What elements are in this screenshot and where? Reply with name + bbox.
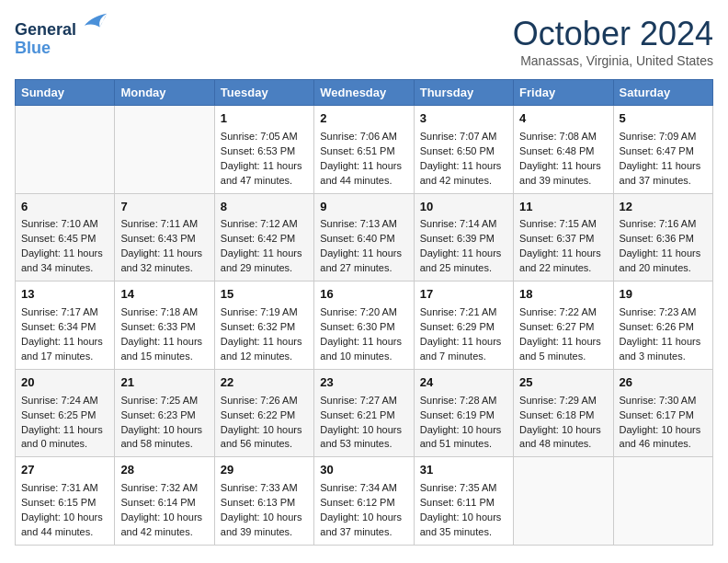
logo-bird-icon <box>83 9 108 35</box>
sunrise-text: Sunrise: 7:27 AM <box>320 394 407 408</box>
logo-blue-text: Blue <box>15 40 108 58</box>
calendar-cell: 24Sunrise: 7:28 AMSunset: 6:19 PMDayligh… <box>414 369 513 457</box>
calendar-cell: 20Sunrise: 7:24 AMSunset: 6:25 PMDayligh… <box>16 369 115 457</box>
sunset-text: Sunset: 6:15 PM <box>21 496 108 511</box>
sunset-text: Sunset: 6:22 PM <box>221 408 308 423</box>
daylight-text: Daylight: 11 hours and 42 minutes. <box>420 159 507 189</box>
sunrise-text: Sunrise: 7:25 AM <box>120 394 208 408</box>
daylight-text: Daylight: 10 hours and 42 minutes. <box>120 511 208 540</box>
day-number: 17 <box>420 286 507 304</box>
calendar-cell: 19Sunrise: 7:23 AMSunset: 6:26 PMDayligh… <box>613 282 712 370</box>
daylight-text: Daylight: 11 hours and 15 minutes. <box>120 335 208 364</box>
day-number: 11 <box>519 199 607 216</box>
sunrise-text: Sunrise: 7:06 AM <box>320 130 407 144</box>
sunrise-text: Sunrise: 7:30 AM <box>620 394 707 408</box>
sunset-text: Sunset: 6:53 PM <box>221 144 308 159</box>
calendar-cell: 5Sunrise: 7:09 AMSunset: 6:47 PMDaylight… <box>613 106 712 194</box>
sunset-text: Sunset: 6:12 PM <box>320 496 407 511</box>
sunrise-text: Sunrise: 7:21 AM <box>420 305 507 320</box>
sunset-text: Sunset: 6:19 PM <box>420 408 507 423</box>
daylight-text: Daylight: 11 hours and 44 minutes. <box>320 159 407 189</box>
sunset-text: Sunset: 6:50 PM <box>420 144 507 159</box>
month-title: October 2024 <box>513 15 713 53</box>
daylight-text: Daylight: 11 hours and 25 minutes. <box>420 247 507 276</box>
calendar-cell: 8Sunrise: 7:12 AMSunset: 6:42 PMDaylight… <box>214 193 313 282</box>
calendar-cell: 21Sunrise: 7:25 AMSunset: 6:23 PMDayligh… <box>115 369 214 457</box>
sunset-text: Sunset: 6:34 PM <box>21 320 108 335</box>
day-number: 18 <box>519 286 607 304</box>
title-block: October 2024 Manassas, Virginia, United … <box>513 15 713 68</box>
sunrise-text: Sunrise: 7:15 AM <box>519 217 607 232</box>
day-number: 6 <box>21 199 108 216</box>
calendar-cell: 31Sunrise: 7:35 AMSunset: 6:11 PMDayligh… <box>414 457 513 546</box>
day-number: 12 <box>620 199 707 216</box>
week-row-4: 20Sunrise: 7:24 AMSunset: 6:25 PMDayligh… <box>16 369 713 457</box>
daylight-text: Daylight: 10 hours and 35 minutes. <box>420 511 507 540</box>
sunrise-text: Sunrise: 7:11 AM <box>120 217 208 232</box>
calendar-cell: 12Sunrise: 7:16 AMSunset: 6:36 PMDayligh… <box>613 193 712 282</box>
day-number: 14 <box>120 286 208 304</box>
sunrise-text: Sunrise: 7:19 AM <box>221 305 308 320</box>
daylight-text: Daylight: 11 hours and 3 minutes. <box>620 335 707 364</box>
daylight-text: Daylight: 11 hours and 37 minutes. <box>620 159 707 189</box>
calendar-cell: 27Sunrise: 7:31 AMSunset: 6:15 PMDayligh… <box>16 457 115 546</box>
day-number: 29 <box>221 462 308 479</box>
sunset-text: Sunset: 6:48 PM <box>519 144 607 159</box>
day-number: 22 <box>221 374 308 392</box>
day-number: 1 <box>221 110 308 128</box>
daylight-text: Daylight: 10 hours and 56 minutes. <box>221 423 308 453</box>
day-number: 16 <box>320 286 407 304</box>
day-number: 31 <box>420 462 507 479</box>
day-number: 5 <box>620 110 707 128</box>
sunrise-text: Sunrise: 7:24 AM <box>21 394 108 408</box>
day-number: 27 <box>21 462 108 479</box>
header-day-sunday: Sunday <box>16 80 115 106</box>
calendar-cell: 4Sunrise: 7:08 AMSunset: 6:48 PMDaylight… <box>514 106 613 194</box>
header-day-wednesday: Wednesday <box>314 80 414 106</box>
sunrise-text: Sunrise: 7:34 AM <box>320 481 407 496</box>
sunrise-text: Sunrise: 7:23 AM <box>620 305 707 320</box>
daylight-text: Daylight: 11 hours and 0 minutes. <box>21 423 108 453</box>
sunrise-text: Sunrise: 7:16 AM <box>620 217 707 232</box>
page-header: General Blue October 2024 Manassas, Virg… <box>15 15 713 68</box>
sunset-text: Sunset: 6:18 PM <box>519 408 607 423</box>
calendar-cell <box>613 457 712 546</box>
sunset-text: Sunset: 6:36 PM <box>620 232 707 247</box>
sunrise-text: Sunrise: 7:29 AM <box>519 394 607 408</box>
calendar-cell: 30Sunrise: 7:34 AMSunset: 6:12 PMDayligh… <box>314 457 414 546</box>
calendar-cell: 17Sunrise: 7:21 AMSunset: 6:29 PMDayligh… <box>414 282 513 370</box>
logo: General Blue <box>15 15 108 58</box>
sunset-text: Sunset: 6:29 PM <box>420 320 507 335</box>
calendar-cell: 7Sunrise: 7:11 AMSunset: 6:43 PMDaylight… <box>115 193 214 282</box>
sunrise-text: Sunrise: 7:26 AM <box>221 394 308 408</box>
sunset-text: Sunset: 6:39 PM <box>420 232 507 247</box>
sunset-text: Sunset: 6:17 PM <box>620 408 707 423</box>
daylight-text: Daylight: 11 hours and 32 minutes. <box>120 247 208 276</box>
week-row-1: 1Sunrise: 7:05 AMSunset: 6:53 PMDaylight… <box>16 106 713 194</box>
daylight-text: Daylight: 11 hours and 47 minutes. <box>221 159 308 189</box>
sunrise-text: Sunrise: 7:09 AM <box>620 130 707 144</box>
calendar-cell: 13Sunrise: 7:17 AMSunset: 6:34 PMDayligh… <box>16 282 115 370</box>
sunrise-text: Sunrise: 7:31 AM <box>21 481 108 496</box>
sunset-text: Sunset: 6:42 PM <box>221 232 308 247</box>
sunset-text: Sunset: 6:32 PM <box>221 320 308 335</box>
daylight-text: Daylight: 10 hours and 46 minutes. <box>620 423 707 453</box>
day-number: 15 <box>221 286 308 304</box>
daylight-text: Daylight: 11 hours and 20 minutes. <box>620 247 707 276</box>
daylight-text: Daylight: 11 hours and 34 minutes. <box>21 247 108 276</box>
calendar-cell <box>16 106 115 194</box>
sunrise-text: Sunrise: 7:07 AM <box>420 130 507 144</box>
header-day-saturday: Saturday <box>613 80 712 106</box>
day-number: 30 <box>320 462 407 479</box>
sunset-text: Sunset: 6:27 PM <box>519 320 607 335</box>
day-number: 7 <box>120 199 208 216</box>
daylight-text: Daylight: 10 hours and 51 minutes. <box>420 423 507 453</box>
daylight-text: Daylight: 10 hours and 58 minutes. <box>120 423 208 453</box>
calendar-cell: 10Sunrise: 7:14 AMSunset: 6:39 PMDayligh… <box>414 193 513 282</box>
calendar-cell: 28Sunrise: 7:32 AMSunset: 6:14 PMDayligh… <box>115 457 214 546</box>
daylight-text: Daylight: 10 hours and 39 minutes. <box>221 511 308 540</box>
sunset-text: Sunset: 6:23 PM <box>120 408 208 423</box>
sunset-text: Sunset: 6:33 PM <box>120 320 208 335</box>
sunset-text: Sunset: 6:40 PM <box>320 232 407 247</box>
sunrise-text: Sunrise: 7:32 AM <box>120 481 208 496</box>
